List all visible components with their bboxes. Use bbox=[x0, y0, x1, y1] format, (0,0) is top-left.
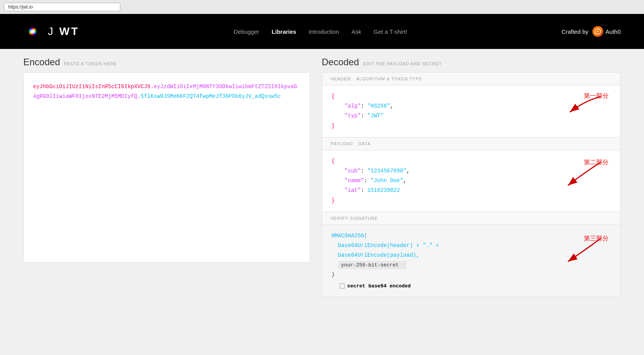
header-content: { "alg": "HS256", "typ": "JWT" } bbox=[322, 85, 620, 137]
nav-ask[interactable]: Ask bbox=[352, 28, 361, 35]
nav-links: Debugger Libraries Introduction Ask Get … bbox=[234, 28, 407, 35]
nav-tshirt[interactable]: Get a T-shirt! bbox=[374, 28, 407, 35]
base64-label: secret base64 encoded bbox=[347, 282, 411, 291]
encoded-title: Encoded bbox=[23, 57, 60, 68]
hmac-func: HMACSHA256( bbox=[332, 233, 367, 239]
payload-label: PAYLOAD: DATA bbox=[322, 137, 620, 150]
nav-libraries[interactable]: Libraries bbox=[272, 28, 296, 35]
decoded-header: Decoded EDIT THE PAYLOAD AND SECRET bbox=[322, 57, 621, 68]
main-content: Encoded PASTE A TOKEN HERE eyJhbGciOiJIU… bbox=[0, 49, 644, 355]
decoded-title: Decoded bbox=[322, 57, 359, 68]
crafted-by-area: Crafted by Auth0 bbox=[562, 26, 621, 37]
token-part3: SflKxwRJSMeKKF2QT4fwpMeJf36POk6yJV_adQss… bbox=[141, 93, 281, 99]
nav-debugger[interactable]: Debugger bbox=[234, 28, 259, 35]
secret-base64-row: secret base64 encoded bbox=[332, 282, 611, 291]
logo-text: J WT bbox=[48, 25, 79, 38]
logo-area: J WT bbox=[23, 22, 79, 41]
payload-annotation-area: 第二部分 bbox=[558, 160, 609, 195]
browser-bar: https://jwt.io bbox=[0, 0, 644, 14]
sig-close: ) bbox=[332, 271, 335, 278]
token-part1: eyJhbGciOiJIUzI1NiIsInR5cCI6IkpXVCJ9. bbox=[33, 84, 154, 90]
sig-line2: base64UrlEncode(payload), bbox=[338, 252, 420, 258]
payload-annotation-text: 第二部分 bbox=[584, 157, 609, 168]
secret-input[interactable] bbox=[338, 261, 406, 269]
header-label: HEADER: ALGORITHM & TOKEN TYPE bbox=[322, 73, 620, 85]
decoded-subtitle: EDIT THE PAYLOAD AND SECRET bbox=[363, 61, 442, 66]
navbar: J WT Debugger Libraries Introduction Ask… bbox=[0, 14, 644, 49]
svg-point-12 bbox=[31, 30, 35, 33]
decoded-panel: Decoded EDIT THE PAYLOAD AND SECRET HEAD… bbox=[322, 57, 621, 347]
header-section: HEADER: ALGORITHM & TOKEN TYPE { "alg": … bbox=[322, 72, 621, 137]
header-annotation-text: 第一部分 bbox=[584, 91, 609, 102]
verify-annotation-text: 第三部分 bbox=[584, 233, 609, 244]
payload-section: PAYLOAD: DATA { "sub": "1234567890", "na… bbox=[322, 137, 621, 212]
encoded-token-box[interactable]: eyJhbGciOiJIUzI1NiIsInR5cCI6IkpXVCJ9.eyJ… bbox=[23, 72, 310, 263]
encoded-subtitle: PASTE A TOKEN HERE bbox=[64, 61, 117, 66]
header-annotation-area: 第一部分 bbox=[562, 93, 609, 124]
nav-introduction[interactable]: Introduction bbox=[309, 28, 339, 35]
auth0-logo: Auth0 bbox=[592, 26, 621, 37]
auth0-icon bbox=[592, 26, 603, 37]
sig-line1: base64UrlEncode(header) + "." + bbox=[338, 242, 439, 249]
url-bar[interactable]: https://jwt.io bbox=[4, 3, 120, 11]
jwt-logo-icon bbox=[23, 22, 42, 41]
encoded-header: Encoded PASTE A TOKEN HERE bbox=[23, 57, 310, 68]
verify-annotation-area: 第三部分 bbox=[558, 236, 609, 271]
payload-content: { "sub": "1234567890", "name": "John Doe… bbox=[322, 150, 620, 212]
verify-label: VERIFY SIGNATURE bbox=[322, 212, 620, 225]
base64-checkbox[interactable] bbox=[340, 284, 345, 289]
verify-section: VERIFY SIGNATURE HMACSHA256( base64UrlEn… bbox=[322, 212, 621, 297]
crafted-by-text: Crafted by bbox=[562, 28, 588, 35]
verify-content: HMACSHA256( base64UrlEncode(header) + ".… bbox=[322, 225, 620, 297]
encoded-panel: Encoded PASTE A TOKEN HERE eyJhbGciOiJIU… bbox=[23, 57, 310, 347]
auth0-label: Auth0 bbox=[606, 28, 621, 35]
